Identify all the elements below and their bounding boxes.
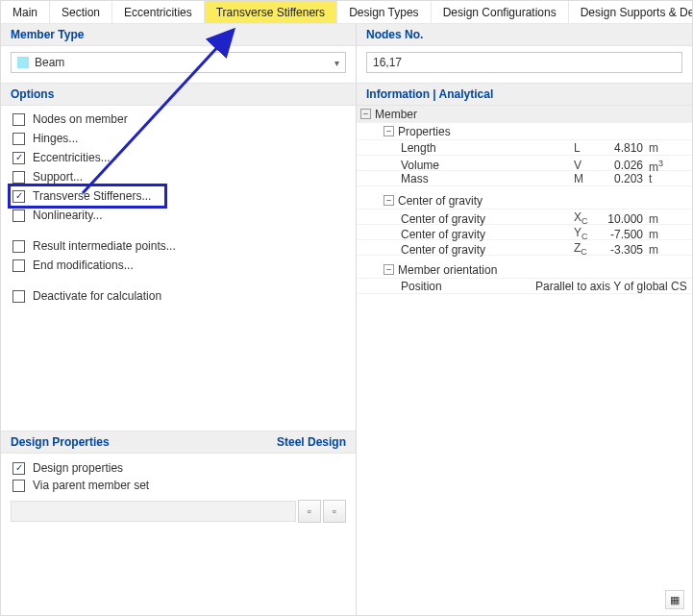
collapse-icon[interactable]: − bbox=[384, 264, 394, 275]
tab-design-supports-deflection[interactable]: Design Supports & Deflection bbox=[569, 1, 693, 23]
option-support[interactable]: Support... bbox=[11, 167, 346, 186]
design-properties-header: Design Properties Steel Design bbox=[1, 431, 356, 454]
tab-section[interactable]: Section bbox=[50, 1, 112, 23]
nodes-no-input[interactable] bbox=[366, 52, 682, 73]
option-nonlinearity[interactable]: Nonlinearity... bbox=[11, 206, 346, 225]
properties-node-label: Properties bbox=[398, 124, 451, 139]
checkbox-icon bbox=[12, 259, 25, 272]
tab-bar: Main Section Eccentricities Transverse S… bbox=[1, 1, 692, 24]
tab-eccentricities[interactable]: Eccentricities bbox=[112, 1, 205, 23]
table-icon: ▦ bbox=[670, 594, 680, 606]
cog-node-label: Center of gravity bbox=[398, 193, 483, 209]
option-via-parent-member-set[interactable]: Via parent member set bbox=[11, 477, 346, 494]
settings-button[interactable]: ▦ bbox=[665, 590, 684, 609]
member-type-header: Member Type bbox=[1, 24, 356, 46]
chevron-down-icon: ▾ bbox=[334, 58, 339, 68]
collapse-icon[interactable]: − bbox=[360, 109, 371, 119]
checkbox-icon bbox=[12, 113, 25, 126]
checkbox-icon bbox=[12, 480, 25, 492]
checkbox-icon: ✓ bbox=[12, 462, 25, 475]
member-type-dropdown[interactable]: Beam ▾ bbox=[11, 52, 346, 73]
option-eccentricities[interactable]: ✓ Eccentricities... bbox=[11, 148, 346, 167]
prop-length-row: Length L 4.810 m bbox=[357, 140, 692, 156]
prop-volume-row: Volume V 0.026 m3 bbox=[357, 156, 692, 171]
option-nodes-on-member[interactable]: Nodes on member bbox=[11, 110, 346, 129]
options-header: Options bbox=[1, 84, 356, 106]
tab-design-configurations[interactable]: Design Configurations bbox=[432, 1, 569, 23]
checkbox-icon bbox=[12, 133, 25, 145]
steel-design-label: Steel Design bbox=[277, 435, 346, 449]
information-header: Information | Analytical bbox=[357, 84, 692, 106]
option-design-properties[interactable]: ✓ Design properties bbox=[11, 459, 346, 477]
nodes-no-header: Nodes No. bbox=[357, 24, 692, 46]
checkbox-icon bbox=[12, 171, 25, 184]
new-item-button[interactable]: ▫ bbox=[298, 500, 321, 523]
collapse-icon[interactable]: − bbox=[384, 195, 394, 206]
member-type-value: Beam bbox=[35, 56, 334, 69]
option-hinges[interactable]: Hinges... bbox=[11, 129, 346, 148]
checkbox-icon bbox=[12, 290, 25, 303]
new-icon: ▫ bbox=[308, 505, 311, 518]
tab-transverse-stiffeners[interactable]: Transverse Stiffeners bbox=[205, 1, 337, 23]
checkbox-icon bbox=[12, 240, 25, 253]
tab-main[interactable]: Main bbox=[1, 1, 50, 23]
checkbox-icon: ✓ bbox=[12, 190, 25, 203]
option-end-modifications[interactable]: End modifications... bbox=[11, 256, 346, 275]
design-properties-input[interactable] bbox=[11, 501, 296, 522]
checkbox-icon: ✓ bbox=[12, 152, 25, 164]
edit-icon: ▫ bbox=[333, 505, 336, 518]
orientation-position-row: Position Parallel to axis Y of global CS bbox=[357, 279, 692, 294]
option-transverse-stiffeners[interactable]: ✓ Transverse Stiffeners... bbox=[11, 186, 164, 206]
sym-zc: ZC bbox=[574, 240, 601, 259]
tab-design-types[interactable]: Design Types bbox=[337, 1, 432, 23]
cog-x-row: Center of gravity XC 10.000 m bbox=[357, 209, 692, 225]
option-deactivate-for-calculation[interactable]: Deactivate for calculation bbox=[11, 286, 346, 306]
edit-item-button[interactable]: ▫ bbox=[323, 500, 346, 523]
beam-swatch bbox=[17, 57, 29, 68]
member-node-label: Member bbox=[375, 107, 417, 122]
cog-y-row: Center of gravity YC -7.500 m bbox=[357, 225, 692, 240]
prop-mass-row: Mass M 0.203 t bbox=[357, 171, 692, 186]
cog-z-row: Center of gravity ZC -3.305 m bbox=[357, 240, 692, 256]
option-result-intermediate-points[interactable]: Result intermediate points... bbox=[11, 236, 346, 256]
checkbox-icon bbox=[12, 209, 25, 222]
orientation-node-label: Member orientation bbox=[398, 262, 497, 278]
collapse-icon[interactable]: − bbox=[384, 126, 394, 136]
